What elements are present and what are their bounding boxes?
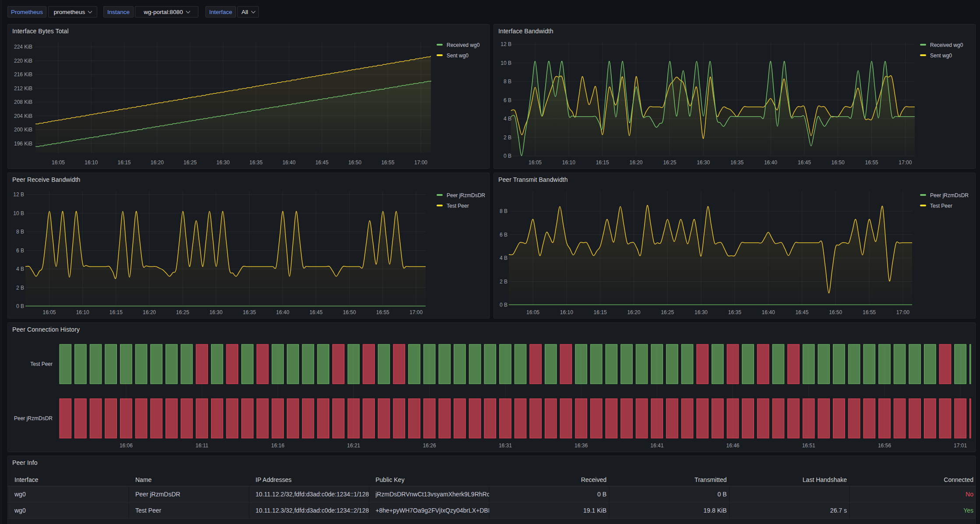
svg-text:16:50: 16:50 — [832, 159, 845, 166]
svg-text:17:00: 17:00 — [414, 159, 427, 166]
svg-text:16:30: 16:30 — [209, 309, 222, 315]
svg-text:16:25: 16:25 — [663, 159, 676, 166]
svg-text:200 KiB: 200 KiB — [14, 127, 32, 133]
svg-text:16:35: 16:35 — [243, 309, 256, 315]
svg-text:16:20: 16:20 — [151, 159, 164, 166]
svg-text:224 KiB: 224 KiB — [14, 44, 32, 50]
svg-text:16:40: 16:40 — [276, 309, 289, 315]
svg-text:4 B: 4 B — [500, 255, 508, 261]
svg-text:8 B: 8 B — [500, 208, 508, 214]
svg-text:6 B: 6 B — [16, 248, 24, 254]
svg-text:Test Peer: Test Peer — [930, 203, 952, 209]
svg-text:204 KiB: 204 KiB — [14, 113, 32, 119]
svg-text:16:10: 16:10 — [76, 309, 89, 315]
svg-text:4 B: 4 B — [16, 266, 24, 272]
svg-text:16:15: 16:15 — [594, 309, 607, 315]
svg-text:16:46: 16:46 — [726, 443, 739, 449]
svg-text:12 B: 12 B — [13, 191, 24, 198]
svg-text:16:40: 16:40 — [762, 309, 775, 315]
svg-text:16:50: 16:50 — [343, 309, 356, 315]
svg-text:8 B: 8 B — [16, 229, 24, 235]
svg-text:12 B: 12 B — [501, 41, 511, 47]
svg-text:0 B: 0 B — [16, 303, 24, 309]
svg-text:16:45: 16:45 — [798, 159, 811, 166]
svg-text:16:56: 16:56 — [878, 443, 891, 449]
svg-text:16:41: 16:41 — [650, 443, 663, 449]
svg-text:16:31: 16:31 — [499, 443, 512, 449]
svg-text:16:21: 16:21 — [347, 443, 360, 449]
svg-text:17:01: 17:01 — [954, 443, 967, 449]
svg-text:220 KiB: 220 KiB — [14, 58, 32, 64]
svg-text:16:35: 16:35 — [728, 309, 741, 315]
svg-text:16:25: 16:25 — [183, 159, 197, 166]
svg-text:16:10: 16:10 — [562, 159, 575, 166]
svg-text:16:15: 16:15 — [596, 159, 609, 166]
svg-text:16:55: 16:55 — [863, 309, 876, 315]
svg-text:16:06: 16:06 — [120, 443, 133, 449]
svg-text:16:11: 16:11 — [196, 443, 208, 449]
svg-text:16:55: 16:55 — [381, 159, 395, 166]
svg-text:Test Peer: Test Peer — [30, 361, 53, 367]
svg-text:16:35: 16:35 — [730, 159, 744, 166]
svg-text:16:30: 16:30 — [694, 309, 708, 315]
svg-text:16:05: 16:05 — [52, 159, 65, 166]
svg-text:Received wg0: Received wg0 — [930, 42, 963, 48]
svg-text:216 KiB: 216 KiB — [14, 71, 32, 78]
svg-text:16:30: 16:30 — [216, 159, 229, 166]
svg-text:16:51: 16:51 — [802, 443, 815, 449]
svg-text:16:40: 16:40 — [764, 159, 777, 166]
svg-text:8 B: 8 B — [504, 78, 511, 85]
svg-text:16:05: 16:05 — [526, 309, 539, 315]
svg-text:4 B: 4 B — [504, 116, 511, 122]
svg-text:Peer jRzmDsDR: Peer jRzmDsDR — [930, 192, 969, 198]
svg-text:17:00: 17:00 — [409, 309, 423, 315]
svg-text:16:15: 16:15 — [117, 159, 130, 166]
svg-text:16:20: 16:20 — [627, 309, 640, 315]
svg-text:Test Peer: Test Peer — [447, 203, 469, 209]
svg-text:Sent wg0: Sent wg0 — [447, 53, 469, 59]
svg-text:16:05: 16:05 — [529, 159, 542, 166]
svg-text:17:00: 17:00 — [896, 309, 909, 315]
svg-text:16:05: 16:05 — [42, 309, 56, 315]
svg-text:16:40: 16:40 — [282, 159, 296, 166]
svg-text:208 KiB: 208 KiB — [14, 99, 32, 105]
svg-text:16:36: 16:36 — [575, 443, 588, 449]
svg-text:2 B: 2 B — [504, 135, 511, 141]
svg-text:6 B: 6 B — [500, 232, 508, 238]
svg-text:16:20: 16:20 — [143, 309, 156, 315]
svg-text:196 KiB: 196 KiB — [14, 141, 32, 147]
svg-text:16:26: 16:26 — [423, 443, 436, 449]
svg-text:212 KiB: 212 KiB — [14, 85, 32, 92]
svg-text:6 B: 6 B — [504, 97, 511, 103]
svg-text:16:10: 16:10 — [85, 159, 98, 166]
svg-text:Sent wg0: Sent wg0 — [930, 53, 952, 59]
svg-text:16:45: 16:45 — [315, 159, 328, 166]
svg-text:16:35: 16:35 — [250, 159, 263, 166]
svg-text:16:55: 16:55 — [865, 159, 878, 166]
svg-text:16:25: 16:25 — [661, 309, 674, 315]
svg-text:Peer jRzmDsDR: Peer jRzmDsDR — [447, 192, 485, 198]
svg-text:10 B: 10 B — [13, 210, 24, 216]
svg-text:0 B: 0 B — [504, 153, 511, 159]
svg-text:16:15: 16:15 — [109, 309, 123, 315]
svg-text:Received wg0: Received wg0 — [447, 42, 480, 48]
svg-text:16:25: 16:25 — [176, 309, 189, 315]
svg-text:16:10: 16:10 — [560, 309, 573, 315]
svg-text:0 B: 0 B — [500, 302, 508, 308]
svg-text:Peer jRzmDsDR: Peer jRzmDsDR — [14, 415, 53, 421]
svg-text:16:45: 16:45 — [310, 309, 323, 315]
svg-text:16:50: 16:50 — [829, 309, 842, 315]
svg-text:16:30: 16:30 — [697, 159, 710, 166]
svg-text:16:45: 16:45 — [795, 309, 808, 315]
svg-text:17:00: 17:00 — [899, 159, 912, 166]
svg-text:16:20: 16:20 — [629, 159, 642, 166]
svg-text:10 B: 10 B — [501, 60, 511, 66]
svg-text:2 B: 2 B — [500, 279, 508, 285]
svg-text:16:50: 16:50 — [348, 159, 361, 166]
svg-text:16:55: 16:55 — [376, 309, 389, 315]
svg-text:2 B: 2 B — [16, 285, 24, 291]
svg-text:16:16: 16:16 — [271, 443, 284, 449]
